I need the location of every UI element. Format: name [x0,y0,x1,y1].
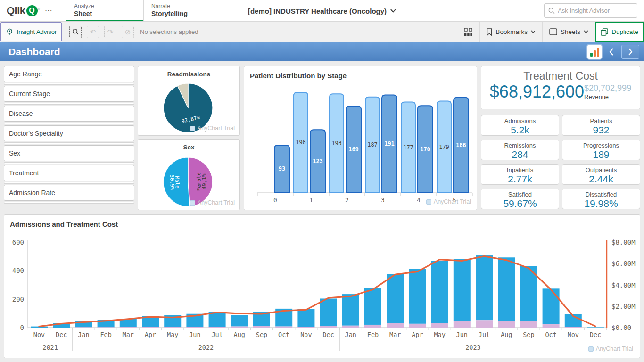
admissions-bar[interactable] [587,327,604,328]
admissions-bar[interactable] [209,312,226,327]
admissions-bar[interactable] [431,261,448,323]
filter-strip [4,182,134,184]
app-overview-button[interactable] [457,22,479,42]
admissions-bar[interactable] [364,288,381,325]
filter-strip [4,202,134,204]
admissions-bar-secondary[interactable] [275,327,292,328]
filter-box-age-range[interactable]: Age Range [4,66,134,82]
admissions-bar[interactable] [342,294,359,326]
right-axis-tick: $4.00M [611,281,636,289]
admissions-bar[interactable] [320,298,337,326]
filter-box-disease[interactable]: Disease [4,106,134,122]
app-title-text: [demo] INDUSTRY Healthcare (Oncology) [248,7,387,15]
tab-narrate-storytelling[interactable]: Narrate Storytelling [143,0,221,21]
admissions-bar[interactable] [297,309,314,327]
admissions-bar-secondary[interactable] [75,327,92,328]
admissions-bar-secondary[interactable] [520,321,537,328]
admissions-bar[interactable] [476,255,493,320]
admissions-bar[interactable] [387,274,404,323]
bar-value-label: 186 [456,142,466,148]
insight-advisor-search[interactable] [544,3,637,18]
admissions-bar-secondary[interactable] [186,327,203,328]
duplicate-button[interactable]: Duplicate [595,22,644,42]
toolbar-right: Bookmarks Sheets Duplicate [457,22,644,42]
admissions-bar-secondary[interactable] [498,321,515,328]
year-label-2021: 2021 [42,344,58,351]
admissions-bar-secondary[interactable] [431,323,448,328]
filter-box-current-stage[interactable]: Current Stage [4,86,134,102]
kpi-tile-admissions[interactable]: Admissions5.2k [481,115,559,136]
treatment-cost-kpi-card: Treatment Cost $68,912,600 $20,702,999 R… [481,66,640,109]
filter-box-admission-rate[interactable]: Admission Rate [4,185,134,201]
more-menu-button[interactable]: ⋯ [45,6,53,15]
admissions-bar-secondary[interactable] [342,326,359,328]
admissions-bar[interactable] [454,259,471,321]
kpi-label: Progressions [562,142,640,149]
stage-axis-label-5: 5 [453,197,456,204]
kpi-value: 59.67% [481,198,559,209]
bar-value-label: 191 [384,140,395,147]
admissions-bar-secondary[interactable] [98,327,115,328]
kpi-tile-inpatients[interactable]: Inpatients2.77k [481,164,559,185]
undo-selection-button[interactable]: ↶ [87,26,99,38]
admissions-bar-secondary[interactable] [253,326,270,328]
bookmarks-button[interactable]: Bookmarks [480,22,542,42]
admissions-bar[interactable] [409,269,426,323]
left-axis-tick: 0 [20,324,24,331]
kpi-tile-remissions[interactable]: Remissions284 [481,140,559,160]
bar-value-label: 123 [313,158,323,165]
smart-search-button[interactable] [69,26,82,38]
kpi-label: Satisfied [481,191,559,198]
kpi-tile-outpatients[interactable]: Outpatients2.44k [562,164,640,185]
app-title-dropdown[interactable]: [demo] INDUSTRY Healthcare (Oncology) [248,0,396,22]
sheets-button[interactable]: Sheets [543,22,595,42]
search-input[interactable] [558,7,633,14]
admissions-bar-secondary[interactable] [409,324,426,328]
filter-item-sex: Sex [4,145,134,164]
filter-box-doctor-s-speciality[interactable]: Doctor's Speciality [4,125,134,141]
clear-selections-button[interactable]: ⊘ [122,26,134,38]
filter-item-age-range: Age Range [4,66,134,85]
admissions-bar-secondary[interactable] [387,323,404,328]
admissions-bar-secondary[interactable] [142,327,159,328]
month-label: Dec [322,331,334,338]
sheet-thumbnail-icon[interactable] [587,45,602,59]
admissions-bar-secondary[interactable] [164,327,181,328]
kpi-tile-satisfied[interactable]: Satisfied59.67% [481,189,559,209]
stage-axis-label-4: 4 [417,197,421,204]
admissions-bar-secondary[interactable] [543,324,560,328]
admissions-bar[interactable] [543,288,560,324]
month-label: Jul [211,331,223,338]
filter-box-treatment[interactable]: Treatment [4,165,134,181]
top-bar: Qlik Q ® ⋯ Analyze Sheet Narrate Storyte… [0,0,644,22]
bar-value-label: 170 [420,146,430,153]
month-label: Apr [412,331,423,338]
admissions-bar-secondary[interactable] [364,325,381,328]
filter-box-sex[interactable]: Sex [4,145,134,161]
filter-item-disease: Disease [4,106,134,124]
admissions-bar-secondary[interactable] [565,327,582,328]
tab-analyze-sheet[interactable]: Analyze Sheet [66,0,143,21]
admissions-bar-secondary[interactable] [209,327,226,328]
redo-selection-button[interactable]: ↷ [104,26,116,38]
next-sheet-button[interactable] [621,45,639,59]
left-axis-tick: 400 [12,267,24,274]
qlik-logo[interactable]: Qlik Q ® [7,5,40,17]
admissions-bar-secondary[interactable] [476,320,493,328]
admissions-bar-secondary[interactable] [120,327,137,328]
admissions-bar[interactable] [498,257,515,321]
admissions-bar-secondary[interactable] [454,321,471,328]
kpi-tile-dissatisfied[interactable]: Dissatisfied19.98% [562,189,640,209]
search-icon [548,7,555,15]
month-label: Mar [389,331,401,338]
previous-sheet-button[interactable] [608,48,615,56]
kpi-tile-patients[interactable]: Patients932 [562,115,640,136]
admissions-bar-secondary[interactable] [297,327,314,328]
month-label: Nov [300,331,312,338]
admissions-bar-secondary[interactable] [320,326,337,328]
kpi-tile-progressions[interactable]: Progressions189 [562,140,640,160]
admissions-bar-secondary[interactable] [231,327,248,328]
right-axis-tick: $0.00 [611,324,631,331]
insight-advisor-button[interactable]: Insight Advisor [0,22,62,41]
admissions-bar[interactable] [231,315,248,326]
